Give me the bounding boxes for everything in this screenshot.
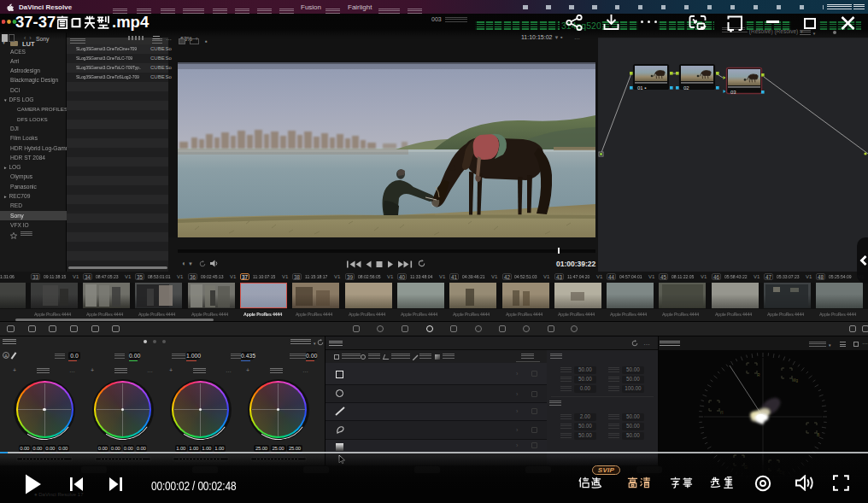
svg-text:03: 03 bbox=[730, 90, 736, 95]
svg-text:01 ▪: 01 ▪ bbox=[637, 85, 646, 91]
svg-text:Yl: Yl bbox=[719, 410, 723, 415]
svg-text:Mg: Mg bbox=[792, 377, 798, 383]
svg-text:R: R bbox=[757, 372, 760, 377]
svg-text:02: 02 bbox=[683, 85, 689, 91]
svg-text:B: B bbox=[817, 432, 820, 437]
